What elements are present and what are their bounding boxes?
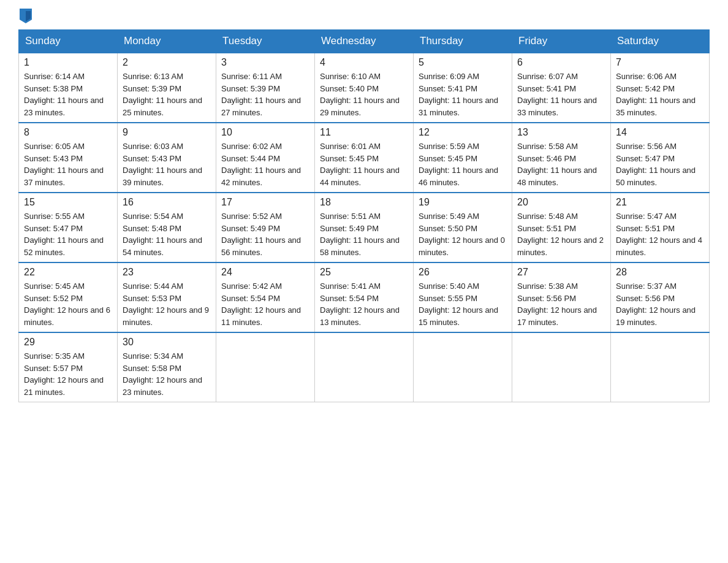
day-number: 3 [221, 57, 309, 68]
day-info: Sunrise: 5:49 AM Sunset: 5:50 PM Dayligh… [419, 210, 507, 258]
day-info: Sunrise: 5:34 AM Sunset: 5:58 PM Dayligh… [123, 350, 211, 398]
calendar-cell: 5 Sunrise: 6:09 AM Sunset: 5:41 PM Dayli… [414, 53, 512, 123]
day-number: 15 [24, 197, 112, 208]
calendar-header-row: SundayMondayTuesdayWednesdayThursdayFrid… [19, 30, 710, 53]
day-info: Sunrise: 5:41 AM Sunset: 5:54 PM Dayligh… [320, 280, 408, 328]
weekday-header-monday: Monday [118, 30, 216, 53]
calendar-cell: 17 Sunrise: 5:52 AM Sunset: 5:49 PM Dayl… [216, 193, 315, 262]
day-info: Sunrise: 5:38 AM Sunset: 5:56 PM Dayligh… [517, 280, 605, 328]
calendar-week-row: 1 Sunrise: 6:14 AM Sunset: 5:38 PM Dayli… [19, 53, 710, 123]
calendar-cell: 22 Sunrise: 5:45 AM Sunset: 5:52 PM Dayl… [19, 262, 118, 332]
calendar-cell: 23 Sunrise: 5:44 AM Sunset: 5:53 PM Dayl… [118, 262, 216, 332]
day-info: Sunrise: 6:13 AM Sunset: 5:39 PM Dayligh… [123, 71, 211, 118]
day-number: 28 [616, 267, 704, 278]
calendar-table: SundayMondayTuesdayWednesdayThursdayFrid… [18, 29, 710, 402]
calendar-cell: 21 Sunrise: 5:47 AM Sunset: 5:51 PM Dayl… [611, 193, 710, 262]
day-number: 17 [221, 197, 309, 208]
day-info: Sunrise: 6:02 AM Sunset: 5:44 PM Dayligh… [221, 140, 309, 188]
calendar-cell: 10 Sunrise: 6:02 AM Sunset: 5:44 PM Dayl… [216, 123, 315, 193]
calendar-cell: 16 Sunrise: 5:54 AM Sunset: 5:48 PM Dayl… [118, 193, 216, 262]
day-number: 9 [123, 127, 211, 138]
day-number: 30 [123, 337, 211, 348]
day-info: Sunrise: 5:54 AM Sunset: 5:48 PM Dayligh… [123, 210, 211, 258]
calendar-cell: 4 Sunrise: 6:10 AM Sunset: 5:40 PM Dayli… [315, 53, 414, 123]
day-info: Sunrise: 6:14 AM Sunset: 5:38 PM Dayligh… [24, 71, 112, 118]
calendar-cell [315, 332, 414, 402]
day-info: Sunrise: 5:37 AM Sunset: 5:56 PM Dayligh… [616, 280, 704, 328]
day-number: 8 [24, 127, 112, 138]
calendar-cell: 1 Sunrise: 6:14 AM Sunset: 5:38 PM Dayli… [19, 53, 118, 123]
calendar-cell: 12 Sunrise: 5:59 AM Sunset: 5:45 PM Dayl… [414, 123, 512, 193]
calendar-cell: 26 Sunrise: 5:40 AM Sunset: 5:55 PM Dayl… [414, 262, 512, 332]
day-number: 14 [616, 127, 704, 138]
day-info: Sunrise: 5:44 AM Sunset: 5:53 PM Dayligh… [123, 280, 211, 328]
day-info: Sunrise: 5:40 AM Sunset: 5:55 PM Dayligh… [419, 280, 507, 328]
day-info: Sunrise: 6:03 AM Sunset: 5:43 PM Dayligh… [123, 140, 211, 188]
day-number: 4 [320, 57, 408, 68]
day-number: 1 [24, 57, 112, 68]
calendar-week-row: 15 Sunrise: 5:55 AM Sunset: 5:47 PM Dayl… [19, 193, 710, 262]
calendar-cell: 28 Sunrise: 5:37 AM Sunset: 5:56 PM Dayl… [611, 262, 710, 332]
calendar-cell: 19 Sunrise: 5:49 AM Sunset: 5:50 PM Dayl… [414, 193, 512, 262]
calendar-cell: 27 Sunrise: 5:38 AM Sunset: 5:56 PM Dayl… [512, 262, 611, 332]
day-number: 22 [24, 267, 112, 278]
calendar-cell: 11 Sunrise: 6:01 AM Sunset: 5:45 PM Dayl… [315, 123, 414, 193]
day-info: Sunrise: 5:58 AM Sunset: 5:46 PM Dayligh… [517, 140, 605, 188]
calendar-cell: 6 Sunrise: 6:07 AM Sunset: 5:41 PM Dayli… [512, 53, 611, 123]
day-number: 18 [320, 197, 408, 208]
calendar-cell: 20 Sunrise: 5:48 AM Sunset: 5:51 PM Dayl… [512, 193, 611, 262]
day-number: 13 [517, 127, 605, 138]
day-number: 27 [517, 267, 605, 278]
logo-icon [20, 9, 32, 23]
calendar-cell: 24 Sunrise: 5:42 AM Sunset: 5:54 PM Dayl… [216, 262, 315, 332]
day-info: Sunrise: 6:10 AM Sunset: 5:40 PM Dayligh… [320, 71, 408, 118]
day-number: 7 [616, 57, 704, 68]
day-number: 20 [517, 197, 605, 208]
day-info: Sunrise: 5:35 AM Sunset: 5:57 PM Dayligh… [24, 350, 112, 398]
calendar-cell [512, 332, 611, 402]
day-info: Sunrise: 6:05 AM Sunset: 5:43 PM Dayligh… [24, 140, 112, 188]
calendar-cell: 2 Sunrise: 6:13 AM Sunset: 5:39 PM Dayli… [118, 53, 216, 123]
calendar-cell: 15 Sunrise: 5:55 AM Sunset: 5:47 PM Dayl… [19, 193, 118, 262]
calendar-cell: 9 Sunrise: 6:03 AM Sunset: 5:43 PM Dayli… [118, 123, 216, 193]
calendar-cell: 29 Sunrise: 5:35 AM Sunset: 5:57 PM Dayl… [19, 332, 118, 402]
calendar-cell: 14 Sunrise: 5:56 AM Sunset: 5:47 PM Dayl… [611, 123, 710, 193]
day-info: Sunrise: 5:45 AM Sunset: 5:52 PM Dayligh… [24, 280, 112, 328]
day-number: 16 [123, 197, 211, 208]
weekday-header-thursday: Thursday [414, 30, 512, 53]
day-number: 21 [616, 197, 704, 208]
day-info: Sunrise: 5:42 AM Sunset: 5:54 PM Dayligh… [221, 280, 309, 328]
weekday-header-saturday: Saturday [611, 30, 710, 53]
calendar-week-row: 22 Sunrise: 5:45 AM Sunset: 5:52 PM Dayl… [19, 262, 710, 332]
day-info: Sunrise: 5:47 AM Sunset: 5:51 PM Dayligh… [616, 210, 704, 258]
page-header [18, 12, 710, 23]
calendar-cell: 25 Sunrise: 5:41 AM Sunset: 5:54 PM Dayl… [315, 262, 414, 332]
logo [18, 12, 32, 23]
calendar-cell [611, 332, 710, 402]
day-info: Sunrise: 5:56 AM Sunset: 5:47 PM Dayligh… [616, 140, 704, 188]
day-info: Sunrise: 5:48 AM Sunset: 5:51 PM Dayligh… [517, 210, 605, 258]
day-info: Sunrise: 5:52 AM Sunset: 5:49 PM Dayligh… [221, 210, 309, 258]
calendar-cell: 18 Sunrise: 5:51 AM Sunset: 5:49 PM Dayl… [315, 193, 414, 262]
calendar-cell: 3 Sunrise: 6:11 AM Sunset: 5:39 PM Dayli… [216, 53, 315, 123]
day-number: 2 [123, 57, 211, 68]
day-number: 26 [419, 267, 507, 278]
calendar-week-row: 8 Sunrise: 6:05 AM Sunset: 5:43 PM Dayli… [19, 123, 710, 193]
day-number: 29 [24, 337, 112, 348]
day-info: Sunrise: 6:01 AM Sunset: 5:45 PM Dayligh… [320, 140, 408, 188]
day-number: 12 [419, 127, 507, 138]
calendar-cell: 8 Sunrise: 6:05 AM Sunset: 5:43 PM Dayli… [19, 123, 118, 193]
calendar-cell: 30 Sunrise: 5:34 AM Sunset: 5:58 PM Dayl… [118, 332, 216, 402]
calendar-cell: 7 Sunrise: 6:06 AM Sunset: 5:42 PM Dayli… [611, 53, 710, 123]
weekday-header-wednesday: Wednesday [315, 30, 414, 53]
day-number: 24 [221, 267, 309, 278]
calendar-cell: 13 Sunrise: 5:58 AM Sunset: 5:46 PM Dayl… [512, 123, 611, 193]
day-number: 10 [221, 127, 309, 138]
calendar-week-row: 29 Sunrise: 5:35 AM Sunset: 5:57 PM Dayl… [19, 332, 710, 402]
calendar-cell [216, 332, 315, 402]
day-info: Sunrise: 6:11 AM Sunset: 5:39 PM Dayligh… [221, 71, 309, 118]
day-number: 6 [517, 57, 605, 68]
day-info: Sunrise: 6:07 AM Sunset: 5:41 PM Dayligh… [517, 71, 605, 118]
weekday-header-sunday: Sunday [19, 30, 118, 53]
day-number: 5 [419, 57, 507, 68]
